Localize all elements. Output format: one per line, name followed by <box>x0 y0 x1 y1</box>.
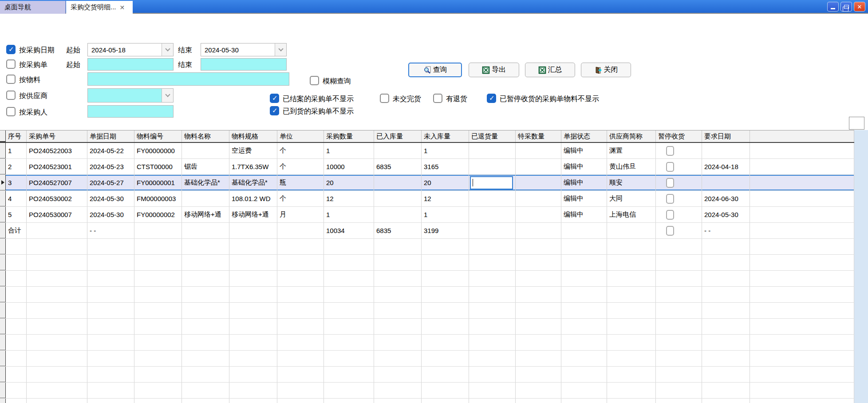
grid-cell[interactable] <box>607 335 656 350</box>
grid-cell[interactable] <box>277 223 324 238</box>
grid-cell[interactable]: 4 <box>6 191 27 206</box>
grid-cell[interactable] <box>374 255 422 270</box>
start-date-combo[interactable]: 2024-05-18 <box>87 43 174 56</box>
grid-cell[interactable] <box>229 319 277 334</box>
grid-cell[interactable] <box>607 239 656 254</box>
grid-cell[interactable] <box>561 335 607 350</box>
grid-cell[interactable]: 瓶 <box>277 175 324 190</box>
material-input[interactable] <box>87 72 289 86</box>
grid-cell[interactable]: 2024-05-23 <box>87 159 134 174</box>
grid-cell[interactable] <box>422 287 469 302</box>
grid-cell[interactable] <box>702 255 750 270</box>
grid-cell[interactable] <box>422 351 469 366</box>
grid-cell[interactable]: 20 <box>324 175 374 190</box>
grid-cell[interactable] <box>516 143 561 158</box>
grid-cell[interactable] <box>277 399 324 403</box>
grid-cell[interactable] <box>656 383 702 398</box>
grid-cell[interactable] <box>229 255 277 270</box>
grid-cell[interactable] <box>607 383 656 398</box>
grid-cell[interactable] <box>6 383 27 398</box>
grid-cell[interactable] <box>134 367 182 382</box>
grid-cell[interactable]: 12 <box>422 191 469 206</box>
column-header[interactable]: 序号 <box>6 130 27 142</box>
grid-cell[interactable] <box>561 399 607 403</box>
grid-cell[interactable] <box>6 239 27 254</box>
grid-cell[interactable] <box>656 303 702 318</box>
grid-cell[interactable] <box>750 383 854 398</box>
table-row[interactable]: 3PO2405270072024-05-27FY00000001基础化学品*基础… <box>0 175 854 191</box>
grid-cell[interactable]: 月 <box>277 207 324 222</box>
grid-cell[interactable]: 6835 <box>374 223 422 238</box>
table-row[interactable]: 4PO2405300022024-05-30FM00000003108.01.2… <box>0 191 854 207</box>
grid-cell[interactable]: - - <box>702 223 750 238</box>
close-window-button[interactable]: ✕ <box>854 2 865 12</box>
grid-cell[interactable] <box>469 383 516 398</box>
grid-cell[interactable] <box>702 303 750 318</box>
grid-cell[interactable] <box>182 223 229 238</box>
grid-cell[interactable] <box>656 159 702 174</box>
grid-cell[interactable] <box>422 319 469 334</box>
grid-cell[interactable] <box>750 175 854 190</box>
grid-cell[interactable] <box>607 351 656 366</box>
grid-cell[interactable]: 编辑中 <box>561 191 607 206</box>
row-header[interactable] <box>0 367 6 382</box>
has-returns-checkbox[interactable] <box>433 94 442 103</box>
grid-cell[interactable]: 大同 <box>607 191 656 206</box>
minimize-button[interactable] <box>827 2 839 12</box>
grid-cell[interactable]: 2024-05-22 <box>87 143 134 158</box>
grid-cell[interactable]: 锯齿 <box>182 159 229 174</box>
grid-cell[interactable] <box>656 351 702 366</box>
grid-cell[interactable] <box>469 239 516 254</box>
column-header[interactable]: 要求日期 <box>702 130 750 142</box>
grid-cell[interactable] <box>750 207 854 222</box>
active-cell-editor[interactable] <box>470 176 513 190</box>
grid-cell[interactable] <box>182 303 229 318</box>
column-header[interactable]: 特采数量 <box>516 130 561 142</box>
grid-cell[interactable] <box>607 255 656 270</box>
grid-cell[interactable] <box>750 255 854 270</box>
grid-cell[interactable] <box>561 223 607 238</box>
purchaser-input[interactable] <box>87 105 174 118</box>
grid-cell[interactable] <box>182 399 229 403</box>
grid-cell[interactable] <box>6 399 27 403</box>
grid-cell[interactable] <box>27 319 87 334</box>
grid-cell[interactable] <box>229 399 277 403</box>
column-header[interactable]: 物料编号 <box>134 130 182 142</box>
grid-cell[interactable] <box>27 335 87 350</box>
grid-cell[interactable] <box>277 303 324 318</box>
grid-cell[interactable] <box>469 367 516 382</box>
grid-cell[interactable] <box>87 287 134 302</box>
grid-cell[interactable] <box>422 367 469 382</box>
grid-cell[interactable]: 1 <box>324 207 374 222</box>
grid-cell[interactable] <box>702 351 750 366</box>
grid-cell[interactable]: FY00000002 <box>134 207 182 222</box>
row-header[interactable] <box>0 303 6 318</box>
grid-cell[interactable] <box>374 287 422 302</box>
grid-cell[interactable] <box>229 287 277 302</box>
grid-cell[interactable] <box>750 303 854 318</box>
grid-cell[interactable] <box>516 399 561 403</box>
grid-cell[interactable]: 黄山伟旦 <box>607 159 656 174</box>
grid-cell[interactable] <box>516 351 561 366</box>
grid-cell[interactable] <box>656 223 702 238</box>
grid-cell[interactable] <box>87 239 134 254</box>
column-header[interactable]: 已入库量 <box>374 130 422 142</box>
grid-cell[interactable] <box>750 287 854 302</box>
grid-cell[interactable] <box>27 351 87 366</box>
column-header[interactable] <box>750 130 854 142</box>
fuzzy-query-checkbox[interactable] <box>310 76 319 85</box>
hide-arrived-orders-checkbox[interactable] <box>270 106 279 115</box>
grid-cell[interactable]: 2 <box>6 159 27 174</box>
grid-cell[interactable]: FM00000003 <box>134 191 182 206</box>
grid-cell[interactable] <box>324 367 374 382</box>
grid-cell[interactable] <box>87 255 134 270</box>
grid-cell[interactable] <box>469 271 516 286</box>
grid-cell[interactable]: 10034 <box>324 223 374 238</box>
grid-cell[interactable] <box>134 271 182 286</box>
grid-cell[interactable] <box>702 383 750 398</box>
grid-cell[interactable] <box>374 335 422 350</box>
grid-cell[interactable] <box>324 271 374 286</box>
by-purchase-order-checkbox[interactable] <box>6 59 16 69</box>
grid-cell[interactable] <box>27 383 87 398</box>
grid-cell[interactable]: 1 <box>324 143 374 158</box>
